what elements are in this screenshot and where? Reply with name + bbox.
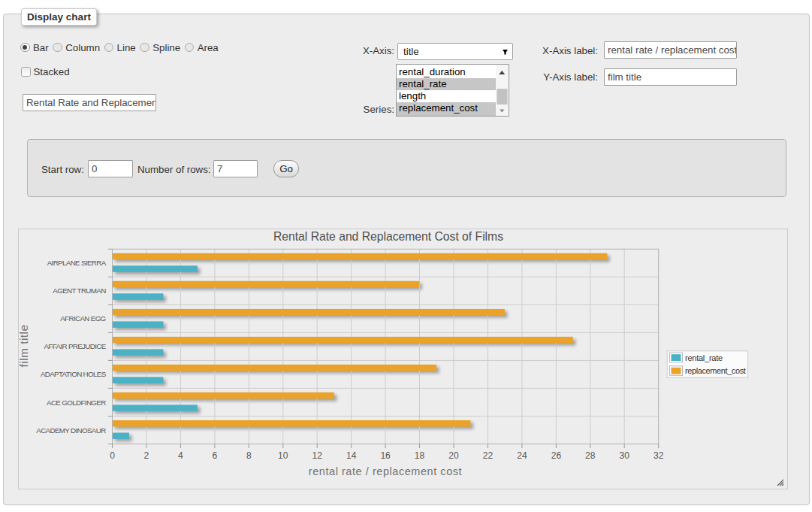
svg-text:30: 30 — [620, 450, 630, 461]
svg-text:16: 16 — [380, 450, 391, 461]
svg-text:Rental Rate and Replacement Co: Rental Rate and Replacement Cost of Film… — [273, 230, 503, 243]
svg-text:rental_rate: rental_rate — [685, 353, 723, 362]
svg-text:12: 12 — [312, 450, 323, 461]
svg-text:AFRICAN EGG: AFRICAN EGG — [60, 314, 105, 323]
svg-text:32: 32 — [654, 450, 664, 461]
svg-text:26: 26 — [551, 450, 562, 461]
svg-text:ACE GOLDFINGER: ACE GOLDFINGER — [47, 398, 106, 407]
svg-text:24: 24 — [517, 450, 527, 461]
svg-text:ACADEMY DINOSAUR: ACADEMY DINOSAUR — [36, 426, 106, 435]
svg-text:10: 10 — [278, 450, 288, 461]
svg-text:28: 28 — [585, 450, 596, 461]
svg-text:ADAPTATION HOLES: ADAPTATION HOLES — [41, 370, 107, 378]
svg-text:film title: film title — [18, 324, 30, 367]
svg-text:0: 0 — [110, 450, 115, 461]
svg-text:rental rate / replacement cost: rental rate / replacement cost — [309, 465, 462, 477]
svg-text:6: 6 — [213, 450, 218, 461]
svg-text:replacement_cost: replacement_cost — [685, 366, 746, 375]
svg-text:8: 8 — [246, 450, 252, 461]
svg-text:AGENT TRUMAN: AGENT TRUMAN — [53, 286, 106, 295]
svg-text:22: 22 — [483, 450, 494, 461]
svg-text:AIRPLANE SIERRA: AIRPLANE SIERRA — [47, 259, 107, 267]
svg-text:14: 14 — [346, 450, 357, 461]
svg-text:20: 20 — [448, 450, 459, 461]
svg-text:18: 18 — [415, 450, 425, 461]
svg-text:4: 4 — [178, 450, 183, 461]
svg-text:AFFAIR PREJUDICE: AFFAIR PREJUDICE — [44, 342, 106, 350]
svg-text:2: 2 — [144, 450, 149, 461]
